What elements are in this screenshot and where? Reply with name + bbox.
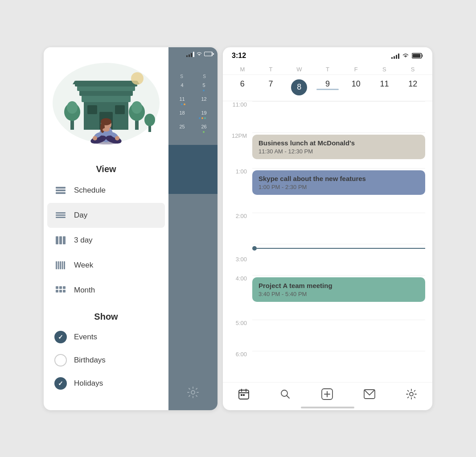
svg-point-55: [191, 391, 195, 394]
time-label-11: 11:00: [230, 101, 252, 108]
bottom-nav: [223, 382, 432, 403]
event-lunch-time: 11:30 AM - 12:30 PM: [259, 148, 419, 155]
svg-rect-48: [63, 286, 66, 289]
sidebar-item-week[interactable]: Week: [44, 253, 168, 278]
svg-rect-49: [56, 290, 58, 292]
signal-strength-icon: [391, 53, 399, 59]
date-10[interactable]: 10: [342, 78, 370, 97]
svg-rect-32: [56, 187, 66, 189]
event-skype-time: 1:00 PM - 2:30 PM: [259, 184, 419, 190]
svg-rect-44: [62, 261, 63, 269]
time-row-5: 5:00: [230, 320, 425, 351]
time-line-12pm: Business lunch at McDonald's 11:30 AM - …: [252, 132, 425, 164]
illustration-area: [44, 47, 168, 159]
date-9[interactable]: 9: [313, 78, 342, 97]
current-time-bar: [257, 248, 425, 249]
sidebar-item-day[interactable]: Day: [47, 203, 165, 228]
event-skype-title: Skype call about the new features: [259, 175, 419, 182]
svg-rect-47: [59, 286, 62, 289]
date-11[interactable]: 11: [370, 78, 399, 97]
status-bar-calendar: [168, 47, 217, 57]
event-lunch[interactable]: Business lunch at McDonald's 11:30 AM - …: [252, 135, 425, 159]
time-row-1: 1:00 Skype call about the new features 1…: [230, 168, 425, 213]
event-meeting[interactable]: Project A team meeting 3:40 PM - 5:40 PM: [252, 277, 425, 302]
time-line-6: [252, 351, 425, 382]
show-events[interactable]: Events: [44, 325, 168, 349]
sidebar-item-schedule[interactable]: Schedule: [44, 178, 168, 203]
svg-rect-35: [56, 212, 66, 214]
month-label: Month: [74, 286, 95, 295]
svg-rect-54: [213, 53, 214, 55]
event-meeting-time: 3:40 PM - 5:40 PM: [259, 291, 419, 297]
event-skype[interactable]: Skype call about the new features 1:00 P…: [252, 170, 425, 195]
wifi-status-icon: [402, 53, 409, 58]
wifi-icon: [196, 52, 202, 56]
time-row-6: 6:00: [230, 351, 425, 382]
timeline: 11:00 12PM Business lunch at McDonald's …: [223, 101, 432, 382]
svg-point-16: [131, 101, 142, 114]
svg-rect-37: [56, 217, 66, 218]
time-row-11: 11:00: [230, 101, 425, 132]
svg-rect-34: [56, 192, 66, 194]
current-time-dot: [252, 246, 257, 251]
svg-point-13: [67, 101, 78, 114]
svg-rect-38: [56, 236, 58, 244]
holidays-label: Holidays: [74, 379, 103, 388]
event-lunch-title: Business lunch at McDonald's: [259, 139, 419, 147]
day-icon: [54, 209, 67, 222]
sidebar-item-month[interactable]: Month: [44, 278, 168, 303]
birthdays-checkbox[interactable]: [54, 354, 67, 366]
time-line-5: [252, 320, 425, 351]
svg-rect-40: [63, 236, 66, 244]
week-label: Week: [74, 261, 93, 270]
week-day-headers: M T W T F S S: [223, 62, 432, 75]
svg-rect-63: [243, 394, 245, 396]
time-label-4: 4:00: [230, 275, 252, 282]
svg-rect-33: [56, 189, 66, 191]
day-header-T1: T: [257, 66, 285, 73]
time-line-11: [252, 101, 425, 132]
week-icon: [54, 259, 67, 272]
nav-calendar[interactable]: [238, 388, 250, 400]
date-6[interactable]: 6: [228, 78, 257, 97]
svg-point-18: [144, 114, 155, 126]
birthdays-label: Birthdays: [74, 356, 106, 365]
nav-settings[interactable]: [406, 388, 417, 400]
svg-rect-46: [56, 286, 58, 289]
nav-search[interactable]: [280, 389, 291, 399]
svg-rect-50: [59, 290, 62, 292]
left-panel: View Schedule: [44, 47, 217, 410]
events-checkbox[interactable]: [54, 331, 67, 343]
svg-rect-57: [413, 54, 421, 58]
svg-rect-53: [205, 52, 212, 56]
date-8-today[interactable]: 8: [285, 78, 313, 97]
day-header-F: F: [342, 66, 370, 73]
right-panel: 3:12: [223, 47, 432, 410]
day-header-T2: T: [313, 66, 342, 73]
nav-add[interactable]: [321, 388, 333, 400]
nav-mail[interactable]: [364, 389, 375, 399]
holidays-checkbox[interactable]: [54, 377, 67, 390]
settings-icon-strip[interactable]: [187, 377, 199, 410]
time-label-2: 2:00: [230, 213, 252, 219]
svg-rect-5: [75, 81, 137, 86]
show-section-label: Show: [44, 303, 168, 325]
svg-rect-36: [56, 214, 66, 216]
svg-rect-43: [60, 261, 61, 269]
date-12[interactable]: 12: [398, 78, 427, 97]
signal-icon: [186, 51, 194, 57]
time-label-6: 6:00: [230, 351, 252, 358]
time-line-3: [252, 244, 425, 275]
show-birthdays[interactable]: Birthdays: [44, 349, 168, 372]
home-indicator: [301, 407, 354, 408]
time-row-3: 3:00: [230, 244, 425, 275]
show-holidays[interactable]: Holidays: [44, 372, 168, 395]
time-row-12pm: 12PM Business lunch at McDonald's 11:30 …: [230, 132, 425, 168]
month-icon: [54, 284, 67, 296]
sidebar-item-3day[interactable]: 3 day: [44, 228, 168, 253]
day-header-W: W: [285, 66, 313, 73]
date-7[interactable]: 7: [257, 78, 285, 97]
time-line-2: [252, 213, 425, 244]
calendar-strip: S S 4 5: [168, 47, 217, 410]
svg-point-24: [100, 122, 105, 133]
